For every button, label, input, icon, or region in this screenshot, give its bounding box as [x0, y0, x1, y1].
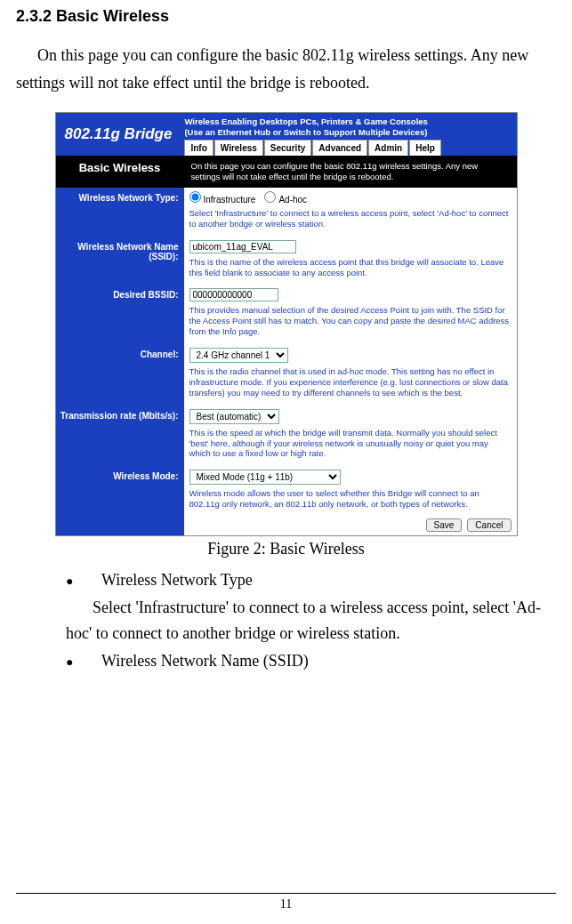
bullet-1-title: Wireless Network Type [101, 571, 253, 590]
top-banner: 802.11g Bridge Wireless Enabling Desktop… [56, 113, 517, 156]
bullet-item-2: ● Wireless Network Name (SSID) [66, 652, 556, 671]
tab-info[interactable]: Info [184, 140, 213, 156]
intro-paragraph: On this page you can configure the basic… [16, 42, 556, 96]
bullet-icon: ● [66, 574, 101, 589]
radio-infrastructure-input[interactable] [189, 191, 201, 203]
help-bssid: This provides manual selection of the de… [189, 305, 512, 337]
ssid-input[interactable] [189, 240, 296, 253]
tab-advanced[interactable]: Advanced [312, 140, 367, 156]
page-header-bar: Basic Wireless On this page you can conf… [56, 156, 517, 188]
radio-infrastructure-label: Infrastructure [204, 195, 256, 205]
tagline-line1: Wireless Enabling Desktops PCs, Printers… [184, 117, 427, 126]
section-heading: 2.3.2 Basic Wireless [16, 7, 556, 26]
row-network-type: Wireless Network Type: Infrastructure Ad… [56, 188, 517, 237]
page-desc: On this page you can configure the basic… [184, 161, 517, 182]
tab-security[interactable]: Security [264, 140, 311, 156]
page-label: Basic Wireless [56, 161, 184, 182]
tab-admin[interactable]: Admin [368, 140, 408, 156]
save-button[interactable]: Save [426, 518, 463, 532]
wmode-select[interactable]: Mixed Mode (11g + 11b) [189, 470, 341, 485]
bullet-list: ● Wireless Network Type [16, 571, 556, 590]
page-number: 11 [16, 893, 556, 912]
tab-bar: Info Wireless Security Advanced Admin He… [179, 140, 516, 156]
row-ssid: Wireless Network Name (SSID): This is th… [56, 237, 517, 285]
tab-help[interactable]: Help [409, 140, 441, 156]
label-network-type: Wireless Network Type: [56, 188, 184, 237]
banner-tagline: Wireless Enabling Desktops PCs, Printers… [179, 113, 516, 139]
radio-adhoc-label: Ad-hoc [278, 195, 307, 205]
row-channel: Channel: 2.4 GHz channel 1 This is the r… [56, 344, 517, 406]
label-ssid: Wireless Network Name (SSID): [56, 237, 184, 285]
bullet-item-1: ● Wireless Network Type [66, 571, 556, 590]
row-buttons: Save Cancel [56, 517, 517, 535]
help-channel: This is the radio channel that is used i… [189, 366, 512, 398]
section-title: Basic Wireless [56, 7, 169, 25]
label-wmode: Wireless Mode: [56, 466, 184, 517]
help-ssid: This is the name of the wireless access … [189, 257, 512, 278]
cancel-button[interactable]: Cancel [467, 518, 511, 532]
label-txrate: Transmission rate (Mbits/s): [56, 406, 184, 467]
label-bssid: Desired BSSID: [56, 285, 184, 344]
config-screenshot: 802.11g Bridge Wireless Enabling Desktop… [55, 112, 518, 536]
row-wmode: Wireless Mode: Mixed Mode (11g + 11b) Wi… [56, 466, 517, 517]
help-network-type: Select 'Infrastructure' to connect to a … [189, 208, 512, 229]
tab-wireless[interactable]: Wireless [214, 140, 263, 156]
radio-adhoc[interactable]: Ad-hoc [264, 191, 307, 205]
row-txrate: Transmission rate (Mbits/s): Best (autom… [56, 406, 517, 467]
channel-select[interactable]: 2.4 GHz channel 1 [189, 348, 288, 363]
help-wmode: Wireless mode allows the user to select … [189, 488, 512, 510]
bullet-icon: ● [66, 655, 101, 670]
figure-caption: Figure 2: Basic Wireless [16, 540, 556, 558]
section-number: 2.3.2 [16, 7, 52, 25]
bssid-input[interactable] [189, 288, 278, 301]
radio-infrastructure[interactable]: Infrastructure [189, 191, 256, 205]
bullet-2-title: Wireless Network Name (SSID) [101, 652, 309, 671]
help-txrate: This is the speed at which the bridge wi… [189, 428, 512, 460]
radio-adhoc-input[interactable] [264, 191, 276, 203]
tagline-line2: (Use an Ethernet Hub or Switch to Suppor… [184, 127, 427, 137]
txrate-select[interactable]: Best (automatic) [189, 409, 279, 424]
brand-title: 802.11g Bridge [56, 113, 180, 149]
label-channel: Channel: [56, 344, 184, 406]
row-bssid: Desired BSSID: This provides manual sele… [56, 285, 517, 344]
bullet-1-body: Select 'Infrastructure' to connect to a … [16, 595, 556, 647]
